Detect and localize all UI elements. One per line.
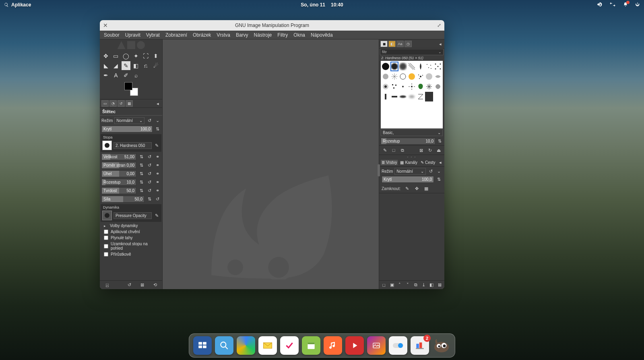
tool-free-select[interactable]: ◯ [122,52,130,60]
dock-separator[interactable]: • • • [379,155,444,158]
lock-alpha-icon[interactable]: ▦ [423,185,429,192]
dock-app-music[interactable] [324,336,342,355]
reset-options-icon[interactable]: ⟲ [152,282,158,288]
delete-options-icon[interactable]: ⊠ [139,282,145,288]
force-reset-icon[interactable]: ↺ [154,196,161,203]
brush-item[interactable] [399,62,407,71]
layer-opacity-slider[interactable]: Krytí100,0 [382,176,434,183]
brush-item[interactable] [433,72,442,81]
lock-position-icon[interactable]: ✥ [413,185,420,192]
brush-item[interactable] [416,72,425,81]
brush-preview[interactable] [102,141,112,150]
tool-paintbrush[interactable]: ✎ [122,61,130,70]
dynamics-preview[interactable] [102,211,112,220]
brush-item[interactable] [433,82,442,91]
tool-fuzzy-select[interactable]: ✦ [132,52,140,60]
brush-item[interactable] [382,62,390,71]
dock-app-software[interactable]: 2 [411,336,429,355]
smooth-stroke-checkbox[interactable]: Plynulé tahy [101,235,161,241]
dock-app-videos[interactable] [345,336,364,355]
tab-channels[interactable]: ▦Kanály [399,160,418,165]
tool-rect-select[interactable]: ▭ [111,52,120,60]
brush-item[interactable] [408,92,416,101]
options-menu-icon[interactable]: ◂ [155,101,161,106]
brush-item[interactable] [399,72,407,81]
canvas-area[interactable] [163,39,379,289]
brush-edit-icon[interactable]: ✎ [153,142,160,149]
mode-reset-icon[interactable]: ↺ [146,118,153,124]
lock-brush-checkbox[interactable]: Uzamknout stopu na pohled [101,241,161,251]
panel-resize-handle[interactable] [378,164,380,176]
tool-clone[interactable]: ⎌ [141,61,150,70]
brush-spacing-slider[interactable]: Rozestup10,0 [381,138,436,145]
brush-select-dropdown[interactable]: 2. Hardness 050 [114,142,152,149]
tool-color-picker[interactable]: ✐ [122,71,130,80]
tool-bucket[interactable]: ◣ [101,61,110,70]
tab-fonts[interactable]: Aa [396,41,404,47]
tool-smudge[interactable]: ☄ [151,61,160,70]
tool-eraser[interactable]: ◧ [132,61,140,70]
tool-transform[interactable]: ⬍ [151,52,160,60]
brush-duplicate-icon[interactable]: ⧉ [399,147,406,153]
tool-zoom[interactable]: ⌕ [132,71,140,80]
angle-slider[interactable]: Úhel0,00 [101,170,136,177]
fg-bg-colors[interactable] [124,82,138,96]
opacity-spinner-icon[interactable]: ⇅ [154,126,161,132]
brush-item[interactable] [416,62,425,71]
menu-filters[interactable]: Filtry [277,32,288,38]
dynamics-edit-icon[interactable]: ✎ [153,212,160,219]
brush-item[interactable] [425,82,433,91]
brush-item[interactable] [390,92,399,101]
layers-menu-icon[interactable]: ◂ [438,159,443,166]
incremental-checkbox[interactable]: Přírůstkově [101,251,161,257]
brush-item[interactable] [408,72,416,81]
brush-preset-dropdown[interactable]: Basic,⌄ [381,129,443,136]
brush-item[interactable] [408,62,416,71]
menu-select[interactable]: Vybrat [146,32,160,38]
dynamics-options-expander[interactable]: ▸Volby dynamiky [101,223,161,229]
tab-tool-options[interactable]: ▭ [101,100,109,107]
dock-app-tasks[interactable] [280,336,299,355]
hardness-slider[interactable]: Tvrdost50,0 [101,187,136,194]
brush-item[interactable] [399,92,407,101]
menu-help[interactable]: Nápověda [311,32,333,38]
titlebar[interactable]: ✕ GNU Image Manipulation Program ⤢ [100,20,444,31]
dock-app-calendar[interactable] [302,336,320,355]
menu-layer[interactable]: Vrstva [217,32,230,38]
brush-item[interactable] [433,92,442,101]
layer-down-icon[interactable]: ˅ [405,282,410,288]
power-icon[interactable] [635,2,640,8]
layer-mode-reset-icon[interactable]: ↺ [427,168,434,175]
brush-item[interactable] [390,62,399,71]
force-slider[interactable]: Síla50,0 [101,196,144,203]
size-slider[interactable]: Velikost51,00 [101,153,136,160]
dock-app-settings[interactable] [389,336,407,355]
dock-app-mail[interactable] [258,336,277,355]
menu-colors[interactable]: Barvy [236,32,248,38]
angle-reset-icon[interactable]: ↺ [146,171,153,177]
tab-brushes[interactable]: ◼ [380,41,388,47]
dock-app-multitasking[interactable] [193,336,212,355]
brush-item[interactable] [433,62,442,71]
maximize-icon[interactable]: ⤢ [437,23,441,28]
brush-item[interactable] [382,72,390,81]
size-link-icon[interactable]: ⚭ [154,154,161,160]
brush-new-icon[interactable]: □ [390,147,397,153]
brush-item[interactable] [408,82,416,91]
restore-options-icon[interactable]: ↺ [126,282,132,288]
layer-duplicate-icon[interactable]: ⧉ [413,282,418,288]
layer-mode-dropdown[interactable]: Normální⌄ [394,168,426,175]
displays-icon[interactable] [609,2,616,8]
hardness-reset-icon[interactable]: ↺ [146,188,153,194]
layer-group-icon[interactable]: ▣ [390,282,394,288]
brush-item[interactable] [425,72,433,81]
tool-crop[interactable]: ⛶ [141,52,150,60]
brush-item[interactable] [416,92,425,101]
layer-delete-icon[interactable]: ⊠ [437,282,442,288]
dock-app-files[interactable] [215,336,233,355]
tab-layers[interactable]: ≣Vrstvy [381,160,398,165]
dock-app-gimp[interactable] [432,336,451,355]
topbar-time[interactable]: 10:40 [331,2,343,8]
layers-list[interactable] [379,193,444,280]
dynamics-dropdown[interactable]: Pressure Opacity [114,212,152,219]
